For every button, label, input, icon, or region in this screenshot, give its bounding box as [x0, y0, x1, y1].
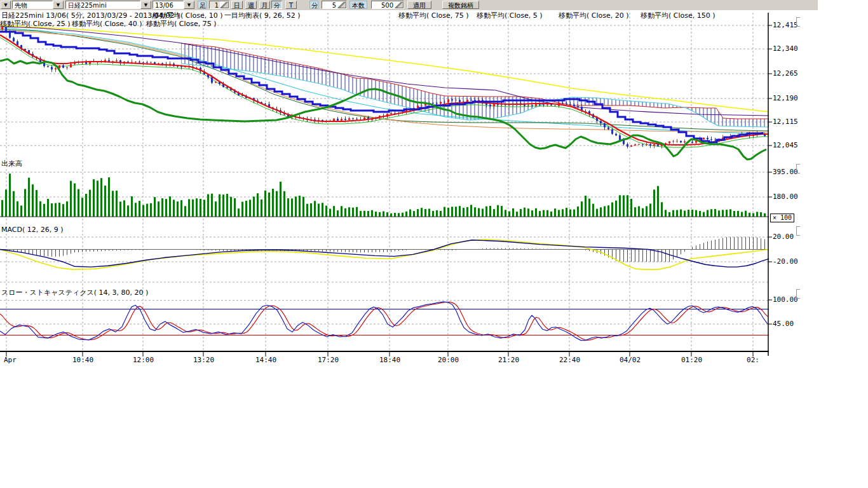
volume-bar: [550, 212, 552, 217]
contract-combobox[interactable]: 13/06 ▼: [153, 1, 194, 9]
candle-body: [615, 134, 617, 135]
volume-bar: [440, 211, 442, 217]
multi-symbol-button[interactable]: 複数銘柄: [442, 1, 479, 9]
candle-body: [447, 99, 449, 102]
chart-surface[interactable]: [0, 0, 868, 488]
candle-body: [70, 64, 72, 67]
volume-bar: [722, 210, 724, 217]
period-minute-button[interactable]: 分: [271, 1, 282, 9]
volume-bar: [627, 195, 628, 217]
volume-bar: [436, 210, 438, 217]
volume-bar: [13, 191, 15, 217]
candle-body: [543, 104, 545, 105]
volume-bar: [371, 210, 373, 217]
candle-body: [680, 141, 682, 142]
candle-body: [676, 141, 678, 142]
volume-bar: [314, 201, 316, 217]
axis-value-label: 20.00: [773, 233, 794, 241]
time-label: 02:: [743, 356, 763, 364]
volume-bar: [520, 209, 522, 217]
candle-body: [444, 102, 445, 102]
volume-bar: [604, 207, 606, 217]
volume-bar: [729, 209, 731, 217]
period-month-button[interactable]: 月: [259, 1, 270, 9]
bar-count-stepper[interactable]: 1: [209, 1, 229, 9]
chevron-down-icon[interactable]: ▼: [184, 1, 194, 9]
volume-bar: [474, 207, 476, 217]
volume-bar: [272, 189, 274, 217]
period-day-button[interactable]: 日: [231, 1, 243, 9]
bars-stepper[interactable]: 500: [371, 1, 404, 9]
candle-body: [554, 105, 556, 106]
window-dropdown-button[interactable]: ▼: [1, 1, 11, 9]
volume-bar: [173, 200, 175, 217]
volume-bar: [497, 205, 499, 217]
candle-body: [607, 128, 609, 130]
volume-bar: [562, 209, 564, 217]
time-label: 01:20: [681, 356, 702, 364]
spinner-icon[interactable]: [220, 1, 229, 8]
volume-bar: [764, 214, 766, 217]
candle-body: [550, 104, 552, 105]
volume-bar: [222, 194, 224, 217]
chevron-down-icon[interactable]: ▼: [53, 1, 64, 9]
volume-bar: [379, 212, 381, 217]
bars-label: 本数: [349, 1, 367, 9]
bar-type-label: 足: [198, 1, 207, 9]
volume-bar: [421, 208, 423, 217]
time-label: 12:00: [133, 356, 153, 364]
symbol-combobox[interactable]: 日経225mini ▼: [65, 1, 151, 9]
axis-value-label: 12,415: [773, 22, 798, 29]
volume-bar: [634, 207, 636, 217]
candle-body: [638, 144, 640, 145]
candle-body: [459, 100, 461, 102]
category-combobox[interactable]: 先物 ▼: [12, 1, 64, 9]
volume-bar: [280, 182, 281, 217]
volume-bar: [108, 177, 110, 217]
volume-bar: [707, 210, 709, 217]
candle-body: [566, 104, 567, 104]
time-label: 13:20: [193, 356, 214, 364]
period-tick-button[interactable]: T: [285, 1, 297, 9]
volume-bar: [714, 209, 716, 217]
legend-item: 移動平均( Close, 25 ): [0, 20, 71, 28]
volume-bar: [196, 198, 198, 217]
candle-body: [337, 119, 339, 121]
panel-resize-handle[interactable]: [796, 17, 800, 27]
volume-bar: [485, 207, 487, 217]
panel-resize-handle[interactable]: [796, 164, 800, 173]
volume-bar: [51, 203, 53, 217]
volume-bar: [219, 194, 220, 217]
volume-bar: [699, 211, 701, 217]
volume-bar: [466, 207, 468, 217]
candle-body: [421, 105, 423, 106]
volume-bar: [291, 198, 293, 217]
panel-resize-handle[interactable]: [796, 289, 800, 299]
volume-bar: [177, 201, 179, 217]
spinner-icon[interactable]: [337, 1, 346, 8]
volume-bar: [70, 181, 72, 217]
volume-bar: [97, 180, 98, 217]
volume-bar: [245, 201, 247, 217]
candle-body: [562, 103, 564, 104]
apply-button[interactable]: 適用: [407, 1, 431, 9]
candle-body: [66, 67, 68, 68]
volume-bar: [261, 200, 262, 217]
legend-item: 移動平均( Close, 150 ): [641, 12, 715, 20]
interval-stepper[interactable]: 5: [322, 1, 347, 9]
volume-bar: [596, 209, 598, 217]
volume-bar: [161, 198, 163, 217]
volume-bar: [413, 211, 415, 217]
candle-body: [390, 113, 392, 114]
volume-bar: [718, 210, 720, 217]
chevron-down-icon[interactable]: ▼: [140, 1, 151, 9]
volume-bar: [501, 206, 503, 217]
spinner-icon[interactable]: [395, 1, 403, 8]
volume-bar: [268, 193, 270, 217]
candle-body: [630, 146, 632, 147]
panel-resize-handle[interactable]: [796, 226, 800, 236]
volume-bar: [695, 210, 697, 217]
time-label: 18:40: [379, 356, 400, 364]
time-label: 20:00: [438, 356, 458, 364]
period-week-button[interactable]: 週: [245, 1, 257, 9]
